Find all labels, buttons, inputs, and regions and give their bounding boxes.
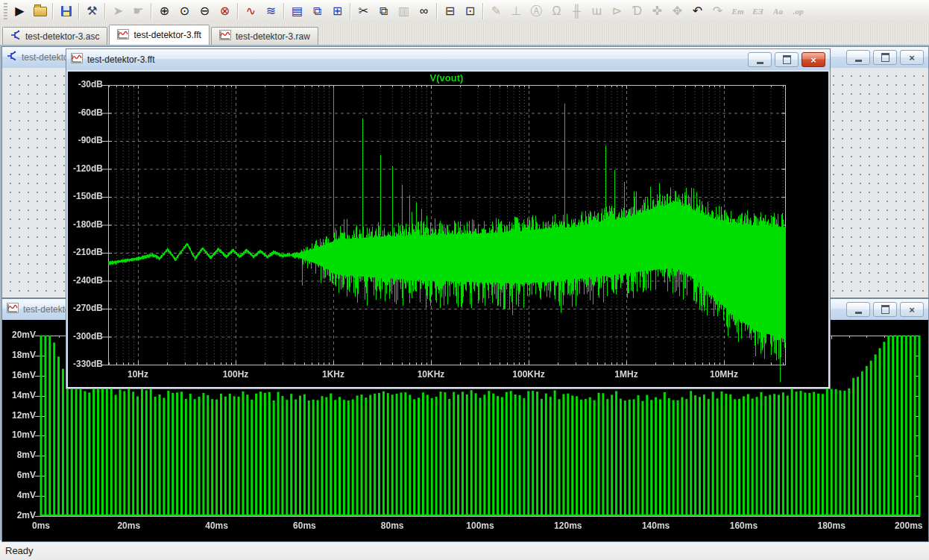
raw-x-tick-label: 200ms — [895, 520, 922, 531]
paste-icon: ▥ — [398, 5, 409, 17]
tab-test-detektor-3.fft[interactable]: test-detektor-3.fft — [109, 25, 210, 45]
toolbar-separator — [78, 3, 80, 19]
close-button[interactable]: × — [900, 50, 924, 65]
raw-y-tick-label: 2mV — [17, 510, 36, 520]
mirror-button: Em — [728, 2, 748, 20]
eye-diagram-icon: ≋ — [266, 5, 276, 17]
zoom-full-extents-button[interactable]: ⊗ — [215, 2, 235, 20]
place-inductor-icon: ɯ — [592, 5, 602, 17]
minimize-button[interactable] — [846, 50, 870, 65]
tab-test-detektor-3.asc[interactable]: test-detektor-3.asc — [2, 27, 107, 45]
spice-directive-icon: .op — [793, 7, 804, 16]
net-label-button: Ⓐ — [526, 2, 547, 20]
rotate-icon: EƎ — [752, 7, 763, 16]
fft-plot-area[interactable]: V(vout) -30dB-60dB-90dB-120dB-150dB-180d… — [68, 72, 828, 387]
find-button[interactable]: ∞ — [414, 2, 434, 20]
close-button[interactable]: × — [802, 52, 825, 67]
zoom-back-icon: ⊙ — [180, 5, 189, 17]
run-icon: ➤ — [113, 5, 123, 17]
fft-y-tick-label: -180dB — [73, 219, 103, 230]
fft-y-tick-label: -300dB — [73, 331, 103, 342]
new-schematic-button[interactable]: ▶ — [10, 2, 30, 20]
fft-x-tick-label: 100KHz — [512, 369, 544, 380]
zoom-area-button[interactable]: ⊕ — [154, 2, 174, 20]
zoom-out-icon: ⊖ — [200, 5, 210, 17]
move-button: ✜ — [647, 2, 667, 20]
place-inductor-button: ɯ — [587, 2, 607, 20]
open-file-button[interactable] — [30, 2, 50, 20]
close-button[interactable]: × — [900, 302, 924, 317]
zoom-back-button[interactable]: ⊙ — [174, 2, 195, 20]
maximize-button[interactable] — [873, 302, 897, 317]
raw-y-tick-label: 12mV — [12, 410, 36, 421]
window-title: test-detektor-3.fft — [87, 54, 743, 65]
fft-x-tick-label: 1MHz — [614, 369, 637, 380]
raw-x-tick-label: 20ms — [117, 520, 140, 531]
print-preview-icon: ⊡ — [465, 5, 475, 17]
raw-y-tick-label: 8mV — [17, 450, 36, 460]
raw-y-tick-label: 10mV — [12, 430, 36, 440]
place-diode-button: ⊳ — [607, 2, 627, 20]
minimize-button[interactable] — [846, 302, 870, 317]
fft-window-titlebar[interactable]: test-detektor-3.fft × — [66, 49, 830, 71]
place-resistor-icon: Ω — [552, 5, 561, 17]
fft-y-tick-label: -330dB — [73, 359, 103, 369]
halt-icon: ☛ — [133, 5, 143, 17]
raw-y-tick-label: 6mV — [17, 470, 36, 480]
waveform-icon — [219, 30, 231, 43]
print-icon: ⊟ — [445, 5, 455, 17]
zoom-out-button[interactable]: ⊖ — [195, 2, 215, 20]
control-panel-button[interactable]: ⚒ — [82, 2, 102, 20]
redo-button: ↷ — [708, 2, 728, 20]
place-capacitor-icon: ╫ — [573, 5, 581, 17]
fft-x-tick-label: 10Hz — [127, 369, 148, 380]
undo-button[interactable]: ↶ — [687, 2, 708, 20]
fft-trace-title[interactable]: V(vout) — [430, 72, 464, 84]
copy-button[interactable]: ⧉ — [374, 2, 394, 20]
fft-window-frame: V(vout) -30dB-60dB-90dB-120dB-150dB-180d… — [66, 70, 830, 388]
schematic-icon — [7, 51, 17, 64]
fft-y-tick-label: -30dB — [78, 79, 103, 89]
raw-x-tick-label: 180ms — [818, 520, 845, 531]
maximize-button[interactable] — [873, 50, 897, 65]
draw-wire-button: ✎ — [486, 2, 506, 20]
drag-button: ✥ — [667, 2, 687, 20]
print-preview-button[interactable]: ⊡ — [460, 2, 480, 20]
control-panel-icon: ⚒ — [86, 5, 97, 17]
print-button[interactable]: ⊟ — [440, 2, 460, 20]
fft-y-tick-label: -240dB — [73, 275, 103, 286]
toolbar-grip[interactable] — [4, 3, 7, 19]
maximize-button[interactable] — [775, 52, 799, 67]
toolbar-separator — [151, 3, 152, 19]
tab-test-detektor-3.raw[interactable]: test-detektor-3.raw — [211, 27, 318, 45]
raw-x-tick-label: 60ms — [293, 520, 316, 531]
raw-y-tick-label: 18mV — [12, 350, 36, 360]
window-controls: × — [846, 302, 924, 317]
raw-x-tick-label: 40ms — [205, 520, 228, 531]
minimize-button[interactable] — [748, 52, 772, 67]
arrange-windows-button[interactable]: ⊞ — [327, 2, 347, 20]
raw-x-tick-label: 140ms — [642, 520, 670, 531]
cut-button[interactable]: ✂ — [353, 2, 374, 20]
move-icon: ✜ — [652, 5, 662, 17]
cascade-windows-button[interactable]: ⧉ — [307, 2, 327, 20]
fft-window: test-detektor-3.fft × V(vout) -30dB-60dB… — [66, 48, 831, 389]
zoom-area-icon: ⊕ — [160, 5, 169, 17]
autorange-waveform-button[interactable]: ∿ — [241, 2, 261, 20]
raw-y-tick-label: 14mV — [12, 390, 36, 400]
eye-diagram-button[interactable]: ≋ — [261, 2, 281, 20]
fft-y-tick-label: -120dB — [73, 163, 103, 174]
fft-y-tick-label: -60dB — [78, 107, 103, 118]
raw-x-tick-label: 120ms — [554, 520, 582, 531]
place-diode-icon: ⊳ — [612, 5, 622, 17]
waveform-icon — [71, 53, 83, 66]
arrange-windows-icon: ⊞ — [333, 5, 342, 17]
tile-windows-button[interactable]: ▤ — [287, 2, 307, 20]
tab-label: test-detektor-3.fft — [133, 30, 201, 40]
toolbar: ▶⚒➤☛⊕⊙⊖⊗∿≋▤⧉⊞✂⧉▥∞⊟⊡✎⊥ⒶΩ╫ɯ⊳Ɗ✜✥↶↷EmEƎAa.op — [0, 0, 929, 23]
save-button[interactable] — [56, 2, 76, 20]
new-schematic-icon: ▶ — [15, 5, 24, 17]
waveform-icon — [117, 29, 129, 42]
fft-plot-canvas[interactable] — [68, 72, 827, 386]
toolbar-separator — [482, 3, 484, 19]
